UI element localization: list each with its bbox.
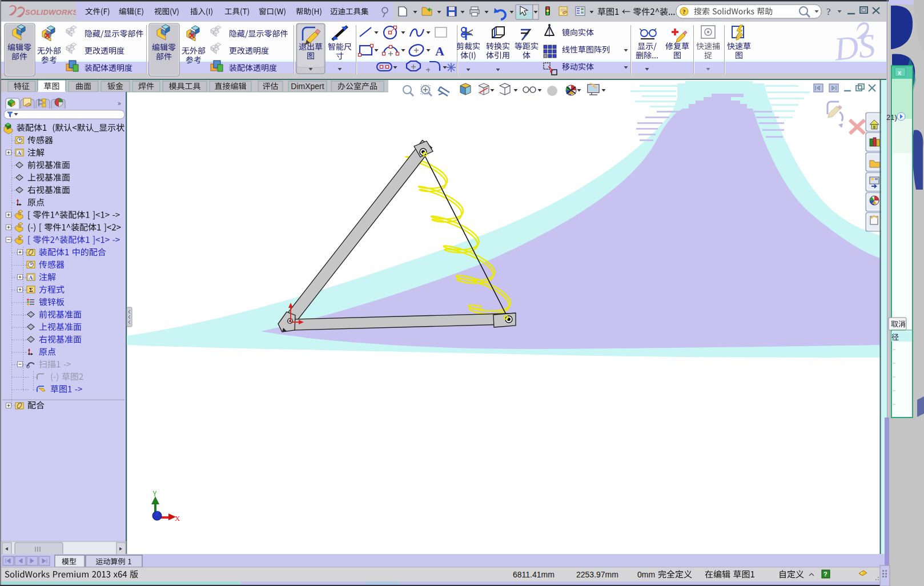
svg-text:?: ?	[826, 6, 831, 17]
svg-text:x: x	[898, 69, 902, 76]
svg-text:6811.41mm: 6811.41mm	[513, 570, 555, 579]
svg-text:2253.97mm: 2253.97mm	[576, 570, 618, 579]
svg-text:A: A	[435, 44, 444, 58]
svg-text:?: ?	[823, 571, 827, 577]
svg-text:A: A	[29, 275, 33, 280]
svg-text:DimXpert: DimXpert	[291, 82, 324, 91]
svg-text:DS: DS	[832, 27, 877, 68]
svg-text:0mm: 0mm	[637, 570, 655, 579]
svg-text:Σ: Σ	[29, 287, 33, 293]
svg-text:X: X	[175, 514, 180, 523]
svg-text:?: ?	[682, 8, 686, 15]
svg-text:SOLIDWORKS: SOLIDWORKS	[25, 8, 78, 17]
svg-text:A: A	[18, 150, 22, 156]
svg-text:21): 21)	[886, 113, 897, 122]
svg-text:Z: Z	[155, 509, 159, 517]
